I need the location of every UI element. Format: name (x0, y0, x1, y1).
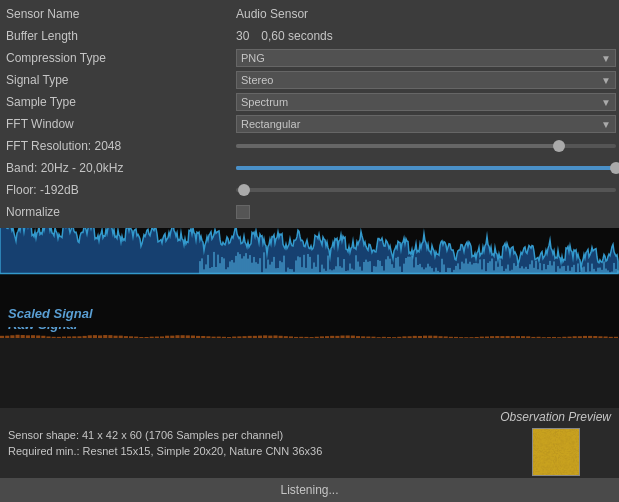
raw-signal-label: Raw Signal (8, 327, 77, 332)
raw-signal-section: Raw Signal (0, 327, 619, 338)
floor-slider-track (236, 188, 616, 192)
sensor-name-value: Audio Sensor (236, 7, 308, 21)
floor-slider-thumb[interactable] (238, 184, 250, 196)
status-bar: Listening... (0, 478, 619, 502)
fft-resolution-value-area (236, 139, 616, 153)
viz-area: Scaled Signal Raw Signal (0, 228, 619, 408)
normalize-row: Normalize (6, 202, 613, 222)
buffer-length-row: Buffer Length 30 0,60 seconds (6, 26, 613, 46)
buffer-length-value-area: 30 0,60 seconds (236, 29, 613, 43)
observation-thumbnail (532, 428, 580, 476)
bottom-info: Sensor shape: 41 x 42 x 60 (1706 Samples… (0, 408, 619, 478)
fft-window-row: FFT Window Rectangular ▼ (6, 114, 613, 134)
band-slider-fill (236, 166, 616, 170)
fft-resolution-label: FFT Resolution: 2048 (6, 139, 236, 153)
floor-label: Floor: -192dB (6, 183, 236, 197)
fft-resolution-slider-fill (236, 144, 559, 148)
fft-window-value-area: Rectangular ▼ (236, 115, 616, 133)
compression-type-value-area: PNG ▼ (236, 49, 616, 67)
scaled-signal-section: Scaled Signal (0, 228, 619, 327)
compression-type-dropdown[interactable]: PNG ▼ (236, 49, 616, 67)
fft-window-dropdown[interactable]: Rectangular ▼ (236, 115, 616, 133)
fft-window-selected: Rectangular (241, 118, 300, 130)
settings-panel: Sensor Name Audio Sensor Buffer Length 3… (0, 0, 619, 228)
buffer-length-value1: 30 (236, 29, 249, 43)
main-container: Sensor Name Audio Sensor Buffer Length 3… (0, 0, 619, 502)
buffer-length-value2: 0,60 seconds (261, 29, 332, 43)
normalize-value-area (236, 205, 613, 219)
band-slider-container (236, 161, 616, 175)
fft-resolution-slider-container (236, 139, 616, 153)
floor-value-area (236, 183, 616, 197)
normalize-checkbox[interactable] (236, 205, 250, 219)
sample-type-selected: Spectrum (241, 96, 288, 108)
band-row: Band: 20Hz - 20,0kHz (6, 158, 613, 178)
fft-resolution-slider-thumb[interactable] (553, 140, 565, 152)
compression-type-selected: PNG (241, 52, 265, 64)
sensor-name-row: Sensor Name Audio Sensor (6, 4, 613, 24)
observation-canvas (533, 429, 579, 475)
compression-type-row: Compression Type PNG ▼ (6, 48, 613, 68)
fft-window-label: FFT Window (6, 117, 236, 131)
fft-window-arrow: ▼ (601, 119, 611, 130)
floor-row: Floor: -192dB (6, 180, 613, 200)
compression-type-label: Compression Type (6, 51, 236, 65)
signal-type-selected: Stereo (241, 74, 273, 86)
sample-type-label: Sample Type (6, 95, 236, 109)
band-value-area (236, 161, 616, 175)
sensor-name-value-area: Audio Sensor (236, 7, 613, 21)
scaled-signal-label: Scaled Signal (8, 306, 93, 321)
fft-resolution-slider-track (236, 144, 616, 148)
signal-type-dropdown[interactable]: Stereo ▼ (236, 71, 616, 89)
sensor-name-label: Sensor Name (6, 7, 236, 21)
signal-type-label: Signal Type (6, 73, 236, 87)
floor-slider-container (236, 183, 616, 197)
required-min-text: Required min.: Resnet 15x15, Simple 20x2… (8, 443, 500, 460)
band-slider-track (236, 166, 616, 170)
signal-type-row: Signal Type Stereo ▼ (6, 70, 613, 90)
observation-preview-label: Observation Preview (500, 410, 611, 424)
sample-type-arrow: ▼ (601, 97, 611, 108)
raw-signal-canvas (0, 327, 619, 338)
observation-preview: Observation Preview (500, 410, 611, 476)
band-slider-thumb[interactable] (610, 162, 619, 174)
normalize-label: Normalize (6, 205, 236, 219)
sensor-shape-text: Sensor shape: 41 x 42 x 60 (1706 Samples… (8, 427, 500, 444)
sample-type-value-area: Spectrum ▼ (236, 93, 616, 111)
buffer-length-label: Buffer Length (6, 29, 236, 43)
sample-type-dropdown[interactable]: Spectrum ▼ (236, 93, 616, 111)
status-text: Listening... (280, 483, 338, 497)
fft-resolution-row: FFT Resolution: 2048 (6, 136, 613, 156)
signal-type-arrow: ▼ (601, 75, 611, 86)
bottom-text: Sensor shape: 41 x 42 x 60 (1706 Samples… (8, 427, 500, 460)
sample-type-row: Sample Type Spectrum ▼ (6, 92, 613, 112)
signal-type-value-area: Stereo ▼ (236, 71, 616, 89)
band-label: Band: 20Hz - 20,0kHz (6, 161, 236, 175)
compression-type-arrow: ▼ (601, 53, 611, 64)
